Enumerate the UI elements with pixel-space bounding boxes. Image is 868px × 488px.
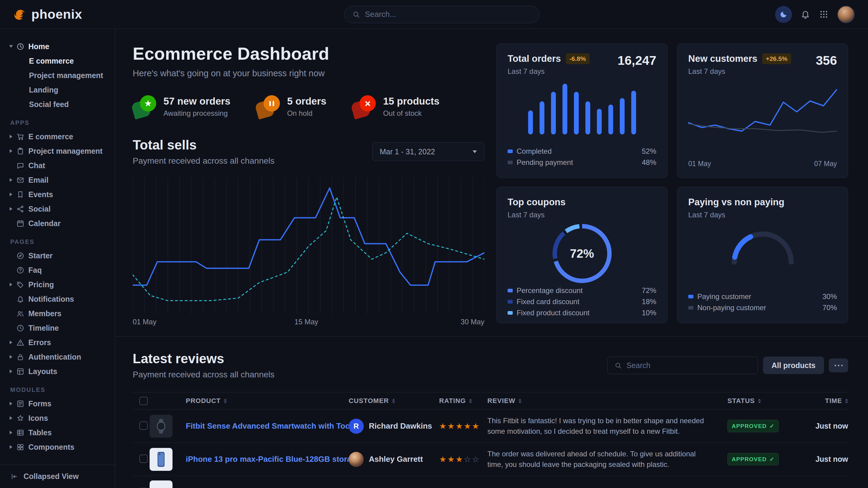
reviews-title: Latest reviews (133, 351, 275, 366)
legend-marker (507, 150, 513, 153)
compass-icon (16, 252, 25, 260)
table-row: iPhone 13 pro max-Pacific Blue-128GB sto… (133, 443, 848, 476)
sidebar: HomeE commerceProject managementLandingS… (0, 29, 115, 488)
sidebar-item-faq[interactable]: Faq (7, 263, 108, 277)
sidebar-item-social-feed[interactable]: Social feed (7, 97, 108, 111)
reviews-search-input[interactable]: Search (608, 357, 758, 374)
legend-label: Fixed product discount (517, 308, 589, 317)
bell-icon (16, 295, 25, 303)
product-link[interactable]: iPhone 13 pro max-Pacific Blue-128GB sto… (186, 455, 349, 464)
sort-icon[interactable] (224, 399, 227, 403)
sidebar-item-notifications[interactable]: Notifications (7, 292, 108, 306)
legend-label: Pending payment (517, 158, 573, 167)
question-icon (16, 266, 25, 274)
more-options-button[interactable] (829, 358, 848, 372)
sidebar-item-members[interactable]: Members (7, 306, 108, 321)
sidebar-item-e-commerce[interactable]: E commerce (7, 129, 108, 144)
column-header-time[interactable]: TIME (797, 397, 848, 405)
sidebar-item-landing[interactable]: Landing (7, 83, 108, 97)
sidebar-item-timeline[interactable]: Timeline (7, 321, 108, 335)
column-header-product[interactable]: PRODUCT (150, 397, 349, 405)
legend-item: Pending payment 48% (507, 157, 656, 168)
sidebar-item-starter[interactable]: Starter (7, 248, 108, 263)
search-icon (352, 10, 360, 19)
column-header-review[interactable]: REVIEW (487, 397, 727, 405)
cart-icon (16, 133, 25, 141)
sidebar-item-layouts[interactable]: Layouts (7, 364, 108, 379)
legend-item: Percentage discount 72% (507, 285, 656, 296)
sidebar-item-icons[interactable]: Icons (7, 411, 108, 425)
sidebar-item-components[interactable]: Components (7, 440, 108, 454)
sidebar-item-chat[interactable]: Chat (7, 158, 108, 173)
reviews-subtitle: Payment received across all channels (133, 370, 275, 380)
sidebar-item-calendar[interactable]: Calendar (7, 216, 108, 231)
apps-menu-button[interactable] (819, 9, 829, 19)
sidebar-item-project-management[interactable]: Project management (7, 68, 108, 83)
caret-right-icon (10, 283, 12, 286)
sidebar-item-errors[interactable]: Errors (7, 335, 108, 350)
status-badge: APPROVED ✓ (727, 420, 779, 432)
sidebar-item-forms[interactable]: Forms (7, 396, 108, 411)
search-icon (614, 362, 622, 369)
legend-item: Fixed card discount 18% (507, 296, 656, 307)
sidebar-item-email[interactable]: Email (7, 173, 108, 187)
legend-marker (507, 161, 513, 164)
rating-stars: ★★★★★ (439, 422, 480, 431)
puzzle-icon (16, 443, 25, 451)
reviews-table-header: PRODUCTCUSTOMERRATINGREVIEWSTATUSTIME (133, 392, 848, 410)
column-header-rating[interactable]: RATING (439, 397, 487, 405)
share-icon (16, 205, 25, 213)
card-period: Last 7 days (507, 211, 656, 219)
caret-right-icon (10, 369, 12, 373)
reviews-table-body: Fitbit Sense Advanced Smartwatch with To… (133, 410, 848, 488)
sidebar-item-pricing[interactable]: Pricing (7, 277, 108, 292)
column-header-customer[interactable]: CUSTOMER (349, 397, 439, 405)
product-image[interactable] (150, 448, 173, 471)
product-image[interactable] (150, 481, 173, 488)
x-axis-labels: 01 May 07 May (688, 160, 837, 168)
product-link[interactable]: Fitbit Sense Advanced Smartwatch with To… (186, 421, 349, 431)
caret-right-icon (10, 445, 12, 449)
x-tick: 15 May (294, 318, 318, 326)
bell-icon (801, 9, 810, 19)
collapsed-view-button[interactable]: Collapsed View (0, 464, 115, 488)
sidebar-item-events[interactable]: Events (7, 187, 108, 202)
sort-icon[interactable] (519, 399, 522, 403)
sidebar-item-e-commerce[interactable]: E commerce (7, 54, 108, 68)
sidebar-item-project-management[interactable]: Project management (7, 144, 108, 158)
review-time: Just now (797, 455, 848, 464)
customer-avatar (349, 452, 364, 467)
notifications-button[interactable] (801, 9, 810, 19)
global-search-input[interactable]: Search... (344, 6, 539, 23)
legend: Paying customer 30% Non-paying customer … (688, 291, 837, 313)
all-products-button[interactable]: All products (763, 357, 824, 374)
product-image[interactable] (150, 415, 173, 438)
sidebar-item-authentication[interactable]: Authentication (7, 350, 108, 364)
sort-icon[interactable] (845, 399, 848, 403)
card-title: Top coupons (507, 197, 565, 208)
stat-on-hold: 5 orders On hold (256, 95, 326, 118)
brand-link[interactable]: phoenix (13, 7, 82, 22)
review-text: This Fitbit is fantastic! I was trying t… (487, 416, 727, 437)
sidebar-item-home[interactable]: Home (7, 39, 108, 54)
user-avatar[interactable] (837, 6, 855, 23)
card-period: Last 7 days (507, 67, 590, 76)
review-text: The order was delivered ahead of schedul… (487, 449, 727, 470)
sort-icon[interactable] (392, 399, 395, 403)
sidebar-item-social[interactable]: Social (7, 202, 108, 216)
row-checkbox[interactable] (140, 421, 148, 430)
column-header-status[interactable]: STATUS (727, 397, 797, 405)
sidebar-item-tables[interactable]: Tables (7, 425, 108, 440)
legend-marker (688, 295, 693, 298)
select-all-checkbox[interactable] (133, 397, 150, 405)
rating-cell: ★★★☆☆ (439, 455, 487, 464)
row-checkbox[interactable] (140, 455, 148, 463)
dashboard-left: Ecommerce Dashboard Here's what's going … (133, 43, 484, 326)
date-range-select[interactable]: Mar 1 - 31, 2022 (372, 142, 484, 161)
caret-right-icon (10, 340, 12, 344)
theme-toggle-button[interactable] (775, 6, 792, 23)
change-badge: -6.8% (566, 53, 590, 64)
sort-icon[interactable] (469, 399, 472, 403)
sort-icon[interactable] (758, 399, 761, 403)
reviews-controls: Search All products (608, 357, 848, 374)
